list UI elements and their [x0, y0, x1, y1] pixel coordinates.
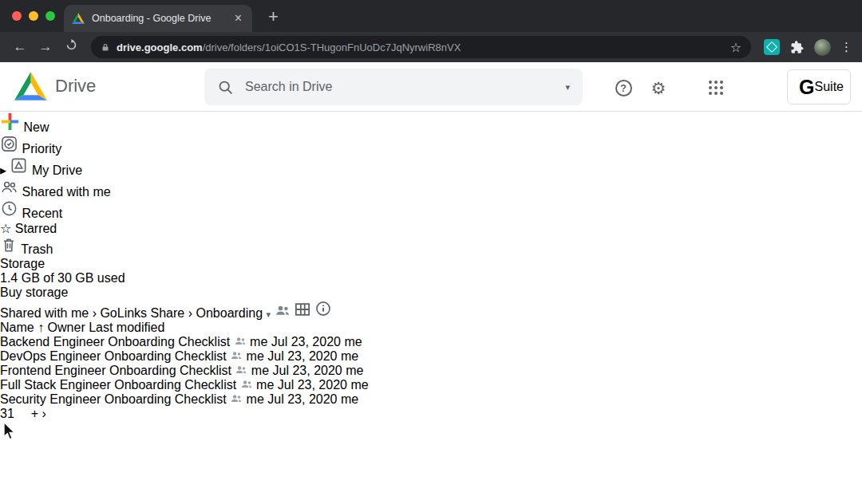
search-input[interactable]	[245, 80, 565, 94]
sidebar-item-storage[interactable]: Storage	[0, 257, 862, 271]
lock-icon	[101, 42, 110, 53]
settings-button[interactable]: ⚙	[648, 77, 669, 98]
grid-view-button[interactable]	[294, 306, 314, 320]
gear-icon: ⚙	[651, 80, 666, 96]
storage-usage-text: 1.4 GB of 30 GB used	[0, 271, 862, 285]
column-name[interactable]: Name	[0, 321, 34, 334]
shared-indicator-icon	[240, 378, 256, 392]
drive-header: Drive ▾ ? ⚙ G Suite	[0, 62, 862, 112]
search-options-caret-icon[interactable]: ▾	[565, 82, 570, 93]
gsuite-g-logo: G	[799, 76, 814, 99]
collapse-panel-icon[interactable]: ›	[42, 407, 46, 420]
file-table-header: Name ↑ Owner Last modified	[0, 321, 862, 335]
side-panel-rail: 31 + ›	[0, 407, 862, 421]
info-icon	[314, 300, 332, 317]
browser-tab[interactable]: Onboarding - Google Drive ×	[64, 5, 252, 32]
help-button[interactable]: ?	[613, 77, 634, 98]
address-bar[interactable]: drive.google.com /drive/folders/1oiCO1S-…	[91, 36, 751, 58]
calendar-panel-button[interactable]: 31	[0, 407, 18, 420]
browser-window: Onboarding - Google Drive × + ← → drive.…	[0, 0, 862, 504]
breadcrumb: Shared with me › GoLinks Share › Onboard…	[0, 300, 862, 321]
browser-profile-avatar[interactable]	[814, 39, 831, 56]
browser-toolbar: ← → drive.google.com /drive/folders/1oiC…	[0, 32, 862, 62]
fullscreen-window-button[interactable]	[45, 11, 55, 21]
breadcrumb-separator-icon: ›	[93, 306, 97, 320]
expand-caret-icon[interactable]: ▸	[0, 163, 6, 177]
app-name: Drive	[55, 76, 96, 96]
drive-sidebar: New Priority ▸	[0, 112, 862, 300]
chrome-menu-icon[interactable]: ⋮	[840, 40, 852, 54]
search-icon	[217, 79, 234, 96]
file-row[interactable]: Full Stack Engineer Onboarding Checklist…	[0, 378, 862, 392]
shared-indicator-icon	[235, 364, 251, 377]
close-tab-icon[interactable]: ×	[232, 11, 244, 26]
file-list-panel: Shared with me › GoLinks Share › Onboard…	[0, 300, 862, 407]
keep-panel-button[interactable]	[18, 407, 30, 420]
breadcrumb-golinks-share[interactable]: GoLinks Share	[100, 306, 184, 320]
file-row[interactable]: DevOps Engineer Onboarding Checklist me …	[0, 349, 862, 364]
trash-icon	[0, 242, 21, 256]
reload-icon[interactable]	[61, 38, 81, 56]
new-plus-icon	[0, 112, 20, 132]
window-controls	[12, 11, 55, 21]
gsuite-suite-label: Suite	[815, 80, 844, 94]
close-window-button[interactable]	[12, 11, 22, 21]
new-tab-button[interactable]: +	[263, 5, 283, 29]
sidebar-item-trash[interactable]: Trash	[0, 236, 862, 257]
new-button-label: New	[23, 120, 49, 134]
breadcrumb-shared-with-me[interactable]: Shared with me	[0, 306, 89, 320]
help-icon: ?	[615, 80, 632, 96]
grid-view-icon	[294, 301, 311, 317]
folder-shared-icon	[275, 306, 294, 320]
minimize-window-button[interactable]	[29, 11, 38, 21]
shared-indicator-icon	[234, 335, 250, 348]
sidebar-item-priority[interactable]: Priority	[0, 135, 862, 156]
shared-indicator-icon	[230, 392, 246, 406]
details-button[interactable]	[314, 306, 332, 320]
google-apps-button[interactable]	[706, 77, 726, 98]
file-row[interactable]: Frontend Engineer Onboarding Checklist m…	[0, 364, 862, 378]
browser-tab-bar: Onboarding - Google Drive × +	[0, 0, 862, 32]
sidebar-item-recent[interactable]: Recent	[0, 199, 862, 221]
calendar-icon: 31	[0, 407, 14, 420]
file-row[interactable]: Backend Engineer Onboarding Checklist me…	[0, 335, 862, 349]
get-addons-button[interactable]: +	[31, 407, 38, 420]
search-bar[interactable]: ▾	[204, 69, 583, 105]
breadcrumb-separator-icon: ›	[188, 306, 192, 320]
column-last-modified[interactable]: Last modified	[89, 321, 164, 334]
url-path: /drive/folders/1oiCO1S-THugonFnUoDc7JqNy…	[203, 41, 724, 53]
extensions-puzzle-icon[interactable]	[789, 40, 805, 55]
mouse-cursor	[0, 421, 18, 442]
drive-logo-icon	[14, 72, 47, 100]
drive-favicon-icon	[72, 13, 85, 24]
file-row[interactable]: Security Engineer Onboarding Checklist m…	[0, 392, 862, 407]
extension-teal-icon[interactable]	[764, 39, 780, 55]
bookmark-star-icon[interactable]: ☆	[730, 40, 741, 55]
tab-title: Onboarding - Google Drive	[92, 13, 232, 24]
sidebar-nav: Priority ▸ My Drive	[0, 135, 862, 257]
drive-logo[interactable]: Drive	[14, 72, 96, 100]
my-drive-icon	[10, 163, 31, 177]
sidebar-item-starred[interactable]: ☆ Starred	[0, 221, 862, 236]
url-domain: drive.google.com	[117, 41, 203, 53]
recent-clock-icon	[0, 207, 22, 220]
shared-indicator-icon	[230, 349, 246, 363]
back-icon[interactable]: ←	[10, 39, 30, 55]
priority-icon	[0, 142, 22, 156]
forward-icon[interactable]: →	[35, 39, 56, 55]
keep-icon	[18, 407, 30, 420]
buy-storage-link[interactable]: Buy storage	[0, 285, 862, 300]
gsuite-account-box[interactable]: G Suite	[787, 69, 851, 104]
folder-menu-caret-icon[interactable]: ▾	[267, 309, 271, 319]
column-owner[interactable]: Owner	[48, 321, 85, 334]
new-button[interactable]: New	[0, 112, 862, 135]
sort-ascending-icon[interactable]: ↑	[38, 321, 44, 334]
sidebar-item-my-drive[interactable]: ▸ My Drive	[0, 156, 862, 178]
sidebar-item-shared-with-me[interactable]: Shared with me	[0, 178, 862, 199]
shared-with-me-icon	[0, 185, 22, 199]
star-icon: ☆	[0, 222, 15, 235]
apps-grid-icon	[709, 81, 723, 95]
breadcrumb-onboarding[interactable]: Onboarding	[196, 306, 263, 320]
